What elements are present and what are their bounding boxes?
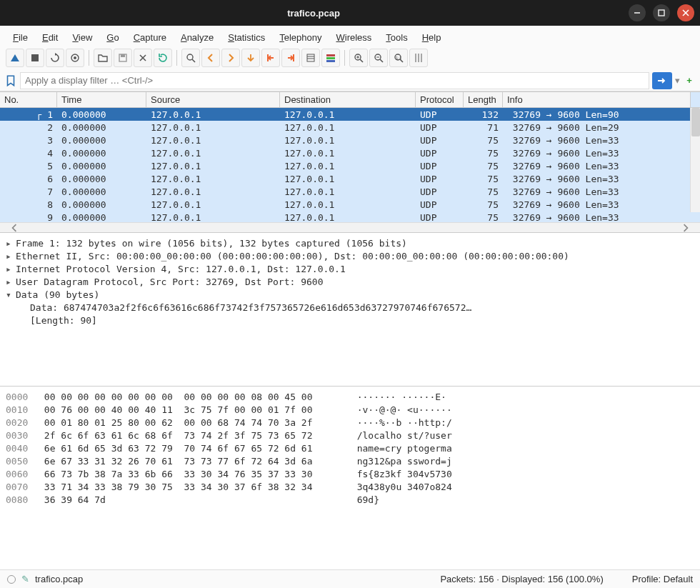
collapse-icon[interactable]: ▾ (6, 289, 16, 302)
window-titlebar: trafico.pcap (0, 0, 700, 26)
tree-data-hex[interactable]: Data: 687474703a2f2f6c6f63616c686f73742f… (6, 302, 694, 314)
expand-icon[interactable]: ▸ (6, 276, 16, 289)
packet-row[interactable]: 20.000000127.0.0.1127.0.0.1UDP71 32769 →… (0, 121, 700, 134)
menu-capture[interactable]: Capture (128, 31, 172, 44)
display-filter-input[interactable] (20, 72, 649, 89)
resize-columns-button[interactable] (409, 49, 428, 67)
tree-ethernet[interactable]: ▸Ethernet II, Src: 00:00:00_00:00:00 (00… (6, 250, 694, 263)
filter-dropdown-icon[interactable]: ▾ (675, 75, 680, 86)
restart-capture-button[interactable] (46, 49, 64, 67)
menu-statistics[interactable]: Statistics (222, 31, 271, 44)
expand-icon[interactable]: ▸ (6, 250, 16, 263)
window-maximize-button[interactable] (653, 4, 670, 21)
menu-help[interactable]: Help (416, 31, 447, 44)
toolbar: 1:1 (0, 46, 700, 70)
hex-row[interactable]: 0030 2f 6c 6f 63 61 6c 68 6f 73 74 2f 3f… (6, 429, 694, 442)
hex-row[interactable]: 0070 33 71 34 33 38 79 30 75 33 34 30 37… (6, 481, 694, 494)
packet-details-pane[interactable]: ▸Frame 1: 132 bytes on wire (1056 bits),… (0, 233, 700, 387)
tree-udp[interactable]: ▸User Datagram Protocol, Src Port: 32769… (6, 276, 694, 289)
tree-data-length[interactable]: [Length: 90] (6, 314, 694, 327)
hex-row[interactable]: 0060 66 73 7b 38 7a 33 6b 66 33 30 34 76… (6, 468, 694, 481)
svg-rect-8 (121, 54, 125, 57)
svg-rect-19 (326, 57, 335, 59)
packet-row[interactable]: 80.000000127.0.0.1127.0.0.1UDP75 32769 →… (0, 198, 700, 211)
colorize-button[interactable] (321, 49, 340, 67)
menu-analyze[interactable]: Analyze (175, 31, 219, 44)
packet-list-pane: No. Time Source Destination Protocol Len… (0, 91, 700, 233)
hex-row[interactable]: 0000 00 00 00 00 00 00 00 00 00 00 00 00… (6, 391, 694, 404)
capture-options-button[interactable] (66, 49, 84, 67)
hex-row[interactable]: 0010 00 76 00 00 40 00 40 11 3c 75 7f 00… (6, 404, 694, 417)
tree-frame[interactable]: ▸Frame 1: 132 bytes on wire (1056 bits),… (6, 237, 694, 250)
bookmark-icon[interactable] (4, 74, 17, 87)
packet-row[interactable]: 70.000000127.0.0.1127.0.0.1UDP75 32769 →… (0, 185, 700, 198)
edit-capture-comment-icon[interactable]: ✎ (21, 574, 29, 584)
open-file-button[interactable] (94, 49, 112, 67)
packet-row[interactable]: 30.000000127.0.0.1127.0.0.1UDP75 32769 →… (0, 134, 700, 146)
expand-icon[interactable]: ▸ (6, 237, 16, 250)
find-button[interactable] (181, 49, 200, 67)
status-profile[interactable]: Profile: Default (632, 574, 693, 584)
packet-list-hscrollbar[interactable] (0, 222, 700, 232)
column-header-length[interactable]: Length (464, 92, 503, 107)
go-forward-button[interactable] (221, 49, 240, 67)
packet-row[interactable]: 60.000000127.0.0.1127.0.0.1UDP75 32769 →… (0, 172, 700, 185)
zoom-out-button[interactable] (369, 49, 388, 67)
hex-row[interactable]: 0080 36 39 64 7d 69d} (6, 494, 694, 507)
menu-go[interactable]: Go (101, 31, 124, 44)
svg-rect-1 (659, 10, 664, 16)
zoom-reset-button[interactable]: 1:1 (389, 49, 408, 67)
packet-row[interactable]: 90.000000127.0.0.1127.0.0.1UDP75 32769 →… (0, 211, 700, 222)
apply-filter-button[interactable] (652, 72, 672, 89)
hex-row[interactable]: 0040 6e 61 6d 65 3d 63 72 79 70 74 6f 67… (6, 442, 694, 455)
window-minimize-button[interactable] (629, 4, 646, 21)
expert-info-icon[interactable] (7, 575, 16, 584)
packet-row[interactable]: ┌ 10.000000127.0.0.1127.0.0.1UDP132 3276… (0, 108, 700, 121)
menu-edit[interactable]: Edit (36, 31, 64, 44)
autoscroll-button[interactable] (301, 49, 320, 67)
stop-capture-button[interactable] (26, 49, 44, 67)
column-header-protocol[interactable]: Protocol (416, 92, 464, 107)
save-file-button[interactable] (114, 49, 132, 67)
hex-row[interactable]: 0050 6e 67 33 31 32 26 70 61 73 73 77 6f… (6, 455, 694, 468)
svg-line-12 (192, 59, 195, 62)
tree-data[interactable]: ▾Data (90 bytes) (6, 289, 694, 302)
go-back-button[interactable] (201, 49, 220, 67)
svg-line-26 (380, 59, 383, 62)
menubar: File Edit View Go Capture Analyze Statis… (0, 26, 700, 46)
zoom-in-button[interactable] (349, 49, 368, 67)
packet-row[interactable]: 40.000000127.0.0.1127.0.0.1UDP75 32769 →… (0, 146, 700, 159)
go-last-button[interactable] (281, 49, 300, 67)
svg-point-6 (74, 56, 76, 59)
display-filter-bar: ▾ + (0, 70, 700, 91)
shark-fin-icon[interactable] (6, 49, 24, 67)
svg-line-22 (360, 59, 363, 62)
menu-view[interactable]: View (66, 31, 98, 44)
column-header-no[interactable]: No. (0, 92, 57, 107)
reload-button[interactable] (154, 49, 172, 67)
scroll-right-icon[interactable] (681, 224, 690, 232)
column-header-time[interactable]: Time (57, 92, 146, 107)
column-header-dest[interactable]: Destination (280, 92, 416, 107)
tree-ip[interactable]: ▸Internet Protocol Version 4, Src: 127.0… (6, 263, 694, 276)
menu-wireless[interactable]: Wireless (331, 31, 378, 44)
scroll-left-icon[interactable] (10, 224, 19, 232)
window-close-button[interactable] (677, 4, 694, 21)
packet-bytes-pane[interactable]: 0000 00 00 00 00 00 00 00 00 00 00 00 00… (0, 387, 700, 569)
packet-row[interactable]: 50.000000127.0.0.1127.0.0.1UDP75 32769 →… (0, 159, 700, 172)
window-title: trafico.pcap (6, 8, 621, 19)
scrollbar-header-spacer (690, 92, 700, 107)
go-first-button[interactable] (261, 49, 280, 67)
column-header-source[interactable]: Source (146, 92, 280, 107)
menu-telephony[interactable]: Telephony (274, 31, 327, 44)
menu-tools[interactable]: Tools (380, 31, 413, 44)
status-file: trafico.pcap (35, 574, 83, 584)
close-file-button[interactable] (134, 49, 152, 67)
hex-row[interactable]: 0020 00 01 80 01 25 80 00 62 00 00 68 74… (6, 417, 694, 429)
go-to-packet-button[interactable] (241, 49, 260, 67)
packet-list-scrollbar[interactable] (690, 108, 700, 212)
column-header-info[interactable]: Info (503, 92, 690, 107)
add-filter-button[interactable]: + (683, 74, 696, 87)
expand-icon[interactable]: ▸ (6, 263, 16, 276)
menu-file[interactable]: File (7, 31, 34, 44)
